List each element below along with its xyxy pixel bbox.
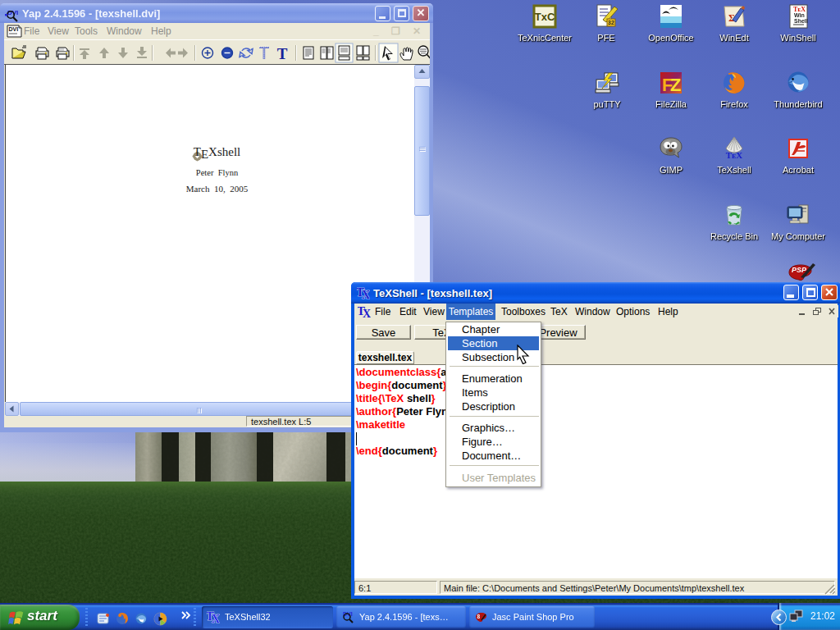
svg-text:8: 8	[477, 614, 481, 619]
svg-text:DVI: DVI	[9, 26, 19, 32]
svg-text:TᴇX: TᴇX	[726, 150, 743, 160]
svg-text:Z: Z	[670, 75, 681, 95]
svg-text:X: X	[362, 289, 370, 299]
svg-text:TxC: TxC	[535, 11, 555, 23]
svg-text:PSP: PSP	[792, 266, 807, 274]
svg-text:32: 32	[608, 20, 614, 25]
svg-text:Win: Win	[794, 12, 805, 18]
svg-text:X: X	[363, 308, 371, 318]
svg-text:T: T	[277, 45, 288, 62]
svg-text:Shell: Shell	[794, 18, 808, 24]
svg-text:X: X	[212, 613, 220, 623]
